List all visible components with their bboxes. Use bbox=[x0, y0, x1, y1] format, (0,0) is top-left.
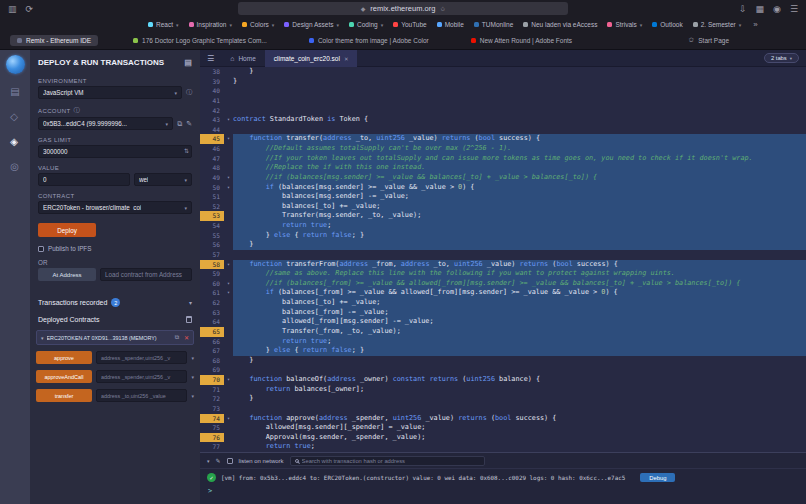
code-line[interactable]: 45▾ function transfer(address _to, uint2… bbox=[200, 134, 806, 144]
line-number[interactable]: 44 bbox=[200, 125, 224, 135]
code-line[interactable]: 76 Approval(msg.sender, _spender, _value… bbox=[200, 433, 806, 443]
line-number[interactable]: 49 bbox=[200, 173, 224, 183]
bookmark-item[interactable]: Colors▾ bbox=[242, 21, 274, 28]
fold-marker[interactable]: ▾ bbox=[224, 414, 233, 424]
code-line[interactable]: 56 } bbox=[200, 240, 806, 250]
line-number[interactable]: 59 bbox=[200, 269, 224, 279]
line-number[interactable]: 73 bbox=[200, 404, 224, 414]
transfer-button[interactable]: transfer bbox=[36, 389, 92, 402]
fold-marker[interactable]: ▾ bbox=[224, 173, 233, 183]
approveAndCall-button[interactable]: approveAndCall bbox=[36, 370, 92, 383]
line-number[interactable]: 72 bbox=[200, 394, 224, 404]
line-number[interactable]: 75 bbox=[200, 423, 224, 433]
code-line[interactable]: 52 balances[_to] += _value; bbox=[200, 202, 806, 212]
code-line[interactable]: 38 } bbox=[200, 67, 806, 77]
line-number[interactable]: 76 bbox=[200, 433, 224, 443]
line-number[interactable]: 39 bbox=[200, 77, 224, 87]
debugger-icon[interactable]: ◎ bbox=[10, 161, 19, 172]
code-line[interactable]: 47 //If your token leaves out totalSuppl… bbox=[200, 154, 806, 164]
fold-marker[interactable]: ▾ bbox=[224, 375, 233, 385]
bookmark-item[interactable]: Outlook bbox=[652, 21, 682, 28]
clear-instances-icon[interactable] bbox=[186, 316, 192, 323]
chevron-down-icon[interactable]: ▾ bbox=[191, 393, 194, 399]
line-number[interactable]: 46 bbox=[200, 144, 224, 154]
line-number[interactable]: 50 bbox=[200, 183, 224, 193]
code-line[interactable]: 62 balances[_to] += _value; bbox=[200, 298, 806, 308]
chevron-down-icon[interactable]: ▾ bbox=[41, 335, 44, 341]
fold-marker[interactable] bbox=[224, 240, 233, 250]
line-number[interactable]: 67 bbox=[200, 346, 224, 356]
environment-select[interactable]: JavaScript VM ▾ bbox=[38, 86, 182, 99]
fold-marker[interactable]: ▾ bbox=[224, 183, 233, 193]
fold-marker[interactable] bbox=[224, 86, 233, 96]
line-number[interactable]: 66 bbox=[200, 337, 224, 347]
terminal-search-input[interactable] bbox=[302, 457, 480, 465]
bookmark-item[interactable]: YouTube bbox=[393, 21, 427, 28]
at-address-input[interactable] bbox=[100, 268, 192, 281]
fold-marker[interactable] bbox=[224, 77, 233, 87]
debug-button[interactable]: Debug bbox=[640, 473, 675, 482]
code-line[interactable]: 43▾contract StandardToken is Token { bbox=[200, 115, 806, 125]
menu-icon[interactable]: ☰ bbox=[790, 4, 798, 14]
code-line[interactable]: 42 bbox=[200, 106, 806, 116]
code-line[interactable]: 71 return balances[_owner]; bbox=[200, 385, 806, 395]
fold-marker[interactable] bbox=[224, 365, 233, 375]
transfer-params-input[interactable] bbox=[96, 389, 187, 402]
line-number[interactable]: 43 bbox=[200, 115, 224, 125]
fold-marker[interactable] bbox=[224, 404, 233, 414]
line-number[interactable]: 40 bbox=[200, 86, 224, 96]
fold-marker[interactable] bbox=[224, 163, 233, 173]
chevron-down-icon[interactable]: ▾ bbox=[191, 355, 194, 361]
code-line[interactable]: 69 bbox=[200, 365, 806, 375]
fold-marker[interactable] bbox=[224, 106, 233, 116]
code-line[interactable]: 77 return true; bbox=[200, 442, 806, 452]
code-line[interactable]: 64 allowed[_from][msg.sender] -= _value; bbox=[200, 317, 806, 327]
fold-marker[interactable] bbox=[224, 317, 233, 327]
code-line[interactable]: 44 bbox=[200, 125, 806, 135]
code-line[interactable]: 58▾ function transferFrom(address _from,… bbox=[200, 260, 806, 270]
shield-icon[interactable]: ◆ bbox=[361, 5, 366, 12]
code-line[interactable]: 73 bbox=[200, 404, 806, 414]
account-select[interactable]: 0x5B3...eddC4 (99.9999996... ▾ bbox=[38, 117, 173, 130]
approve-params-input[interactable] bbox=[96, 351, 187, 364]
extensions-icon[interactable]: ▦ bbox=[756, 4, 765, 14]
browser-tab[interactable]: Remix - Ethereum IDE bbox=[10, 35, 98, 46]
value-input[interactable] bbox=[38, 173, 130, 186]
deploy-run-icon[interactable]: ◈ bbox=[10, 136, 19, 147]
terminal-toggle-icon[interactable]: ▾ bbox=[207, 458, 210, 464]
fold-marker[interactable]: ▾ bbox=[224, 134, 233, 144]
line-number[interactable]: 65 bbox=[200, 327, 224, 337]
code-line[interactable]: 66 return true; bbox=[200, 337, 806, 347]
code-line[interactable]: 67 } else { return false; } bbox=[200, 346, 806, 356]
close-icon[interactable]: ✕ bbox=[344, 56, 349, 62]
browser-tab[interactable]: Color theme from image | Adobe Color bbox=[302, 35, 436, 46]
profile-icon[interactable]: ◉ bbox=[773, 4, 781, 14]
chevron-down-icon[interactable]: ▾ bbox=[191, 374, 194, 380]
fold-marker[interactable]: ▾ bbox=[224, 279, 233, 289]
environment-info-icon[interactable]: ⓘ bbox=[186, 88, 192, 97]
code-line[interactable]: 50▾ if (balances[msg.sender] >= _value &… bbox=[200, 183, 806, 193]
bookmark-item[interactable]: Mobile bbox=[437, 21, 464, 28]
fold-marker[interactable]: ▾ bbox=[224, 115, 233, 125]
account-info-icon[interactable]: ⓘ bbox=[73, 106, 79, 115]
value-unit-select[interactable]: wei ▾ bbox=[134, 173, 192, 186]
code-line[interactable]: 51 balances[msg.sender] -= _value; bbox=[200, 192, 806, 202]
bookmark-item[interactable]: React▾ bbox=[148, 21, 179, 28]
editor-tab[interactable]: climate_coin_erc20.sol✕ bbox=[265, 50, 358, 67]
browser-tab[interactable]: 176 Doctor Logo Graphic Templates Com... bbox=[126, 35, 274, 46]
line-number[interactable]: 63 bbox=[200, 308, 224, 318]
line-number[interactable]: 48 bbox=[200, 163, 224, 173]
line-number[interactable]: 51 bbox=[200, 192, 224, 202]
line-number[interactable]: 64 bbox=[200, 317, 224, 327]
fold-marker[interactable] bbox=[224, 154, 233, 164]
code-line[interactable]: 53 Transfer(msg.sender, _to, _value); bbox=[200, 211, 806, 221]
url-bar[interactable]: ◆ remix.ethereum.org ✩ bbox=[238, 2, 568, 15]
line-number[interactable]: 57 bbox=[200, 250, 224, 260]
line-number[interactable]: 47 bbox=[200, 154, 224, 164]
listen-network-checkbox[interactable] bbox=[227, 458, 233, 464]
line-number[interactable]: 53 bbox=[200, 211, 224, 221]
fold-marker[interactable] bbox=[224, 308, 233, 318]
chevron-down-icon[interactable]: ▾ bbox=[189, 299, 192, 306]
transaction-log-row[interactable]: ✓ [vm] from: 0x5b3...eddc4 to: ERC20Toke… bbox=[200, 468, 806, 485]
code-line[interactable]: 54 return true; bbox=[200, 221, 806, 231]
